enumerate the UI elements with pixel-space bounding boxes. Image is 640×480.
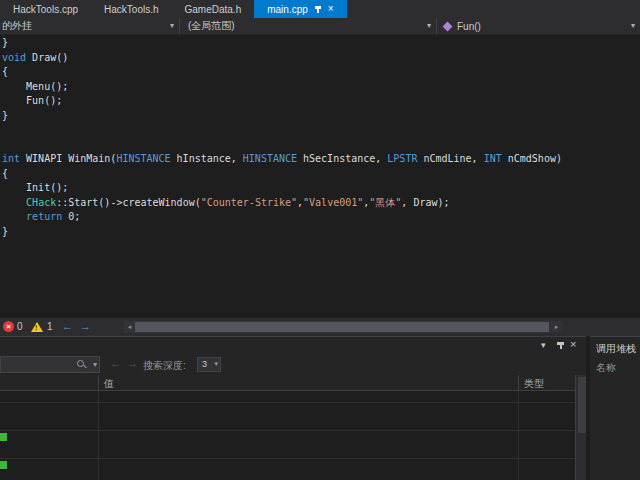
navigation-bar: 的外挂 ▾ (全局范围) ▾ Fun() ▾ [0,18,640,35]
panel-close-icon[interactable]: × [570,338,576,350]
code-token: "Counter-Strike" [201,197,297,208]
search-forward-icon[interactable]: → [127,357,138,369]
member-dropdown-label: Fun() [457,21,481,32]
error-count: 0 [17,321,23,332]
code-token: return [26,211,62,222]
search-back-icon[interactable]: ← [110,357,121,369]
code-token: Draw() [26,52,68,63]
navigate-back-icon[interactable]: ← [62,320,73,332]
code-token: WINAPI WinMain( [20,153,116,164]
code-line-3[interactable]: { [2,65,638,80]
close-icon[interactable]: × [328,4,334,14]
watch-panel: ▾ × ▾ ← → 搜索深度: 3 ▾ 值 类型 [0,336,586,480]
code-line-10[interactable]: { [2,167,638,182]
horizontal-scrollbar-thumb[interactable] [135,322,549,332]
tab-label: HackTools.cpp [13,4,78,15]
code-token: ::Start()->createWindow( [56,197,201,208]
project-dropdown[interactable]: 的外挂 ▾ [0,18,180,34]
grid-vline [98,391,99,480]
grid-hline [0,402,576,403]
code-token: { [2,168,8,179]
vs-window: HackTools.cppHackTools.hGameData.hmain.c… [0,0,640,480]
code-line-6[interactable]: } [2,109,638,124]
code-token: } [2,110,8,121]
code-token: HINSTANCE [116,153,170,164]
diagnostics-strip: × 0 ! 1 ← → ◂ ▸ [0,318,640,336]
code-token: , Draw); [401,197,449,208]
search-depth-label: 搜索深度: [143,359,186,373]
member-dropdown[interactable]: Fun() ▾ [437,18,640,34]
chevron-down-icon[interactable]: ▾ [93,360,97,369]
code-token: { [2,66,8,77]
code-area[interactable]: }void Draw(){ Menu(); Fun();} int WINAPI… [2,36,638,239]
scroll-right-icon[interactable]: ▸ [551,321,562,333]
tab-hacktools-cpp[interactable]: HackTools.cpp [0,0,91,18]
code-line-4[interactable]: Menu(); [2,80,638,95]
code-token: CHack [26,197,56,208]
watch-vertical-scrollbar[interactable] [575,375,586,480]
code-line-12[interactable]: CHack::Start()->createWindow("Counter-St… [2,196,638,211]
tab-hacktools-h[interactable]: HackTools.h [91,0,171,18]
watch-column-header: 值 类型 [0,375,576,391]
search-depth-value: 3 [202,359,207,369]
grid-hline [0,430,576,431]
error-icon[interactable]: × [3,321,14,332]
tab-label: HackTools.h [104,4,158,15]
code-line-14[interactable]: } [2,225,638,240]
code-token: Init(); [2,182,68,193]
tab-label: GameData.h [185,4,242,15]
pin-icon[interactable] [314,4,322,14]
code-line-1[interactable]: } [2,36,638,51]
code-line-11[interactable]: Init(); [2,181,638,196]
tab-gamedata-h[interactable]: GameData.h [172,0,255,18]
callstack-panel: 调用堆栈 名称 [590,336,640,480]
search-icon [77,360,86,369]
code-line-5[interactable]: Fun(); [2,94,638,109]
chevron-down-icon: ▾ [631,21,635,30]
tree-item-icon [0,433,7,441]
scope-dropdown[interactable]: (全局范围) ▾ [180,18,437,34]
code-token: Fun(); [2,95,62,106]
chevron-down-icon: ▾ [170,21,174,30]
column-separator [98,375,99,391]
code-token: "黑体" [369,197,401,208]
code-token: HINSTANCE [243,153,297,164]
tab-main-cpp[interactable]: main.cpp× [254,0,346,18]
chevron-down-icon: ▾ [214,360,218,368]
panel-pin-icon[interactable] [556,340,565,350]
watch-vertical-scrollbar-thumb[interactable] [578,377,586,433]
code-token: void [2,52,26,63]
tab-bar: HackTools.cppHackTools.hGameData.hmain.c… [0,0,640,18]
code-token: int [2,153,20,164]
code-token: "Valve001" [303,197,363,208]
code-line-8[interactable] [2,138,638,153]
grid-hline [0,458,576,459]
code-line-13[interactable]: return 0; [2,210,638,225]
panel-menu-chevron-icon[interactable]: ▾ [541,340,546,350]
column-separator [518,375,519,391]
value-column-header[interactable]: 值 [104,377,114,391]
warning-count: 1 [47,321,53,332]
code-token: hInstance, [171,153,243,164]
callstack-title: 调用堆栈 [596,342,640,356]
code-line-7[interactable] [2,123,638,138]
tab-label: main.cpp [267,4,308,15]
search-depth-dropdown[interactable]: 3 ▾ [197,357,221,372]
code-token: Menu(); [2,81,68,92]
project-dropdown-label: 的外挂 [2,19,32,33]
warning-icon[interactable]: ! [31,322,43,332]
watch-search-box[interactable]: ▾ [0,356,100,373]
code-token: nCmdShow) [502,153,562,164]
code-line-2[interactable]: void Draw() [2,51,638,66]
navigate-forward-icon[interactable]: → [80,320,91,332]
code-token [2,197,26,208]
code-line-9[interactable]: int WINAPI WinMain(HINSTANCE hInstance, … [2,152,638,167]
callstack-name-column-header[interactable]: 名称 [596,361,616,375]
code-token: hSecInstance, [297,153,387,164]
watch-grid[interactable] [0,391,576,480]
type-column-header[interactable]: 类型 [524,377,544,391]
scope-dropdown-label: (全局范围) [188,19,235,33]
scroll-left-icon[interactable]: ◂ [124,321,135,333]
watch-search-input[interactable] [3,358,81,371]
horizontal-scrollbar[interactable]: ◂ ▸ [124,321,562,333]
